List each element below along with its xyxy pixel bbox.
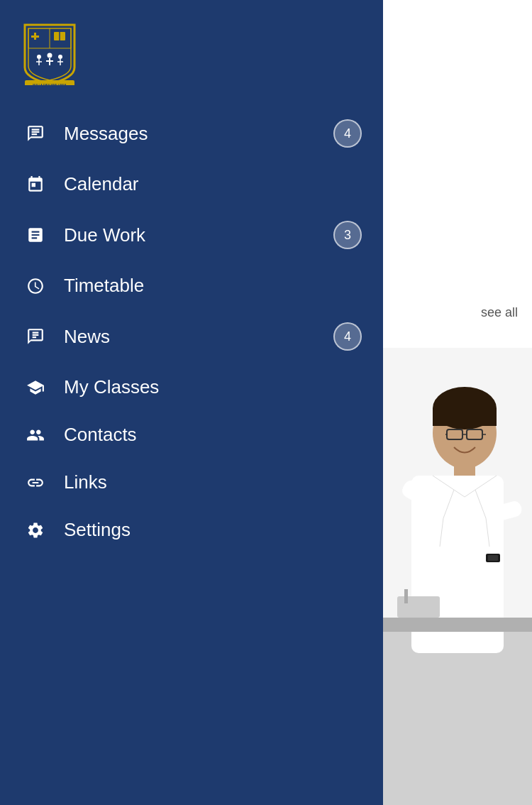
contacts-label: Contacts bbox=[64, 424, 362, 446]
right-panel: see all bbox=[383, 0, 532, 805]
student-photo bbox=[383, 348, 532, 805]
due-work-badge: 3 bbox=[333, 221, 362, 249]
svg-text:NULLA DIES SINE LINEA: NULLA DIES SINE LINEA bbox=[33, 83, 67, 85]
sidebar-item-messages[interactable]: Messages 4 bbox=[0, 106, 383, 160]
due-work-label: Due Work bbox=[64, 224, 333, 246]
svg-rect-38 bbox=[404, 589, 408, 603]
sidebar-item-my-classes[interactable]: My Classes bbox=[0, 363, 383, 411]
student-photo-area bbox=[383, 348, 532, 805]
timetable-label: Timetable bbox=[64, 275, 362, 297]
news-badge: 4 bbox=[333, 322, 362, 351]
see-all-link[interactable]: see all bbox=[481, 305, 518, 320]
nav-menu: Messages 4 Calendar Due Work 3 bbox=[0, 99, 383, 805]
messages-label: Messages bbox=[64, 123, 333, 145]
calendar-icon bbox=[21, 175, 50, 194]
svg-point-14 bbox=[58, 55, 62, 59]
sidebar-item-news[interactable]: News 4 bbox=[0, 310, 383, 363]
news-icon bbox=[21, 327, 50, 346]
logo-area: NULLA DIES SINE LINEA bbox=[0, 0, 383, 99]
due-work-icon bbox=[21, 226, 50, 244]
sidebar-item-links[interactable]: Links bbox=[0, 459, 383, 506]
contacts-icon bbox=[21, 426, 50, 444]
sidebar-item-settings[interactable]: Settings bbox=[0, 506, 383, 554]
sidebar: NULLA DIES SINE LINEA Messages 4 Calenda… bbox=[0, 0, 383, 805]
svg-rect-25 bbox=[433, 408, 497, 426]
my-classes-label: My Classes bbox=[64, 376, 362, 398]
svg-rect-37 bbox=[397, 596, 440, 618]
timetable-icon bbox=[21, 277, 50, 295]
right-top-area: see all bbox=[383, 0, 532, 348]
sidebar-item-due-work[interactable]: Due Work 3 bbox=[0, 208, 383, 262]
svg-rect-35 bbox=[488, 555, 498, 561]
messages-icon bbox=[21, 124, 50, 143]
svg-point-11 bbox=[48, 53, 52, 58]
svg-rect-36 bbox=[383, 618, 532, 632]
settings-icon bbox=[21, 521, 50, 540]
school-crest: NULLA DIES SINE LINEA bbox=[21, 21, 78, 85]
news-label: News bbox=[64, 326, 333, 348]
sidebar-item-calendar[interactable]: Calendar bbox=[0, 160, 383, 208]
svg-rect-5 bbox=[31, 35, 39, 38]
messages-badge: 4 bbox=[333, 119, 362, 148]
my-classes-icon bbox=[21, 378, 50, 397]
sidebar-item-timetable[interactable]: Timetable bbox=[0, 262, 383, 310]
links-label: Links bbox=[64, 471, 362, 493]
svg-rect-21 bbox=[383, 632, 532, 805]
svg-point-8 bbox=[37, 55, 41, 59]
sidebar-item-contacts[interactable]: Contacts bbox=[0, 411, 383, 459]
settings-label: Settings bbox=[64, 519, 362, 541]
calendar-label: Calendar bbox=[64, 173, 362, 195]
links-icon bbox=[21, 473, 50, 492]
